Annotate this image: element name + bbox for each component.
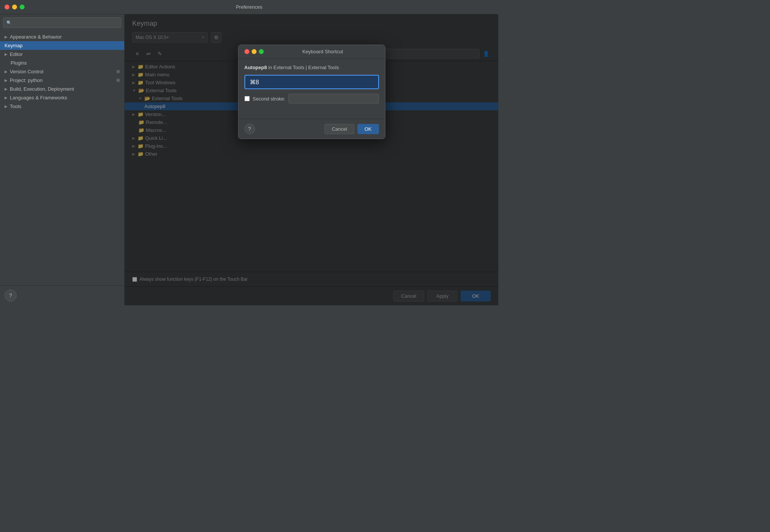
chevron-right-icon: ▶ (5, 104, 8, 108)
chevron-right-icon: ▶ (5, 52, 8, 56)
modal-minimize-button[interactable] (252, 49, 257, 54)
modal-footer: ? Cancel OK (238, 119, 385, 139)
maximize-button[interactable] (20, 5, 25, 9)
copy-icon: ⊞ (116, 78, 120, 83)
keyboard-shortcut-dialog: Keyboard Shortcut Autopep8 in External T… (238, 45, 385, 139)
window-controls (5, 5, 25, 9)
sidebar-item-build[interactable]: ▶ Build, Execution, Deployment (0, 85, 124, 93)
sidebar-item-languages[interactable]: ▶ Languages & Frameworks (0, 93, 124, 102)
modal-description-suffix: in External Tools | External Tools (268, 65, 339, 70)
sidebar-item-label: Build, Execution, Deployment (10, 86, 74, 92)
sidebar-item-label: Plugins (11, 60, 27, 66)
second-stroke-label: Second stroke: (253, 96, 286, 102)
second-stroke-checkbox[interactable] (244, 96, 250, 101)
modal-action-buttons: Cancel OK (325, 124, 379, 134)
chevron-right-icon: ▶ (5, 35, 8, 39)
modal-body: Autopep8 in External Tools | External To… (238, 59, 385, 119)
modal-titlebar: Keyboard Shortcut (238, 45, 385, 59)
modal-maximize-button[interactable] (259, 49, 264, 54)
modal-overlay: Keyboard Shortcut Autopep8 in External T… (125, 14, 498, 305)
sidebar-item-editor[interactable]: ▶ Editor (0, 50, 124, 59)
sidebar-item-tools[interactable]: ▶ Tools (0, 102, 124, 111)
modal-cancel-button[interactable]: Cancel (325, 124, 354, 134)
sidebar-nav: ▶ Appearance & Behavior Keymap ▶ Editor … (0, 31, 124, 285)
chevron-right-icon: ▶ (5, 78, 8, 82)
sidebar-item-plugins[interactable]: Plugins (0, 59, 124, 67)
copy-icon: ⊞ (116, 69, 120, 74)
sidebar-item-label: Keymap (5, 43, 23, 48)
modal-help-button[interactable]: ? (244, 124, 255, 134)
modal-ok-button[interactable]: OK (357, 124, 379, 134)
sidebar-search-input[interactable] (14, 20, 118, 25)
sidebar: 🔍 ▶ Appearance & Behavior Keymap ▶ Edito… (0, 14, 125, 305)
sidebar-search-container[interactable]: 🔍 (3, 17, 121, 28)
chevron-right-icon: ▶ (5, 70, 8, 74)
sidebar-item-label: Tools (10, 104, 21, 109)
second-stroke-row: Second stroke: (244, 94, 379, 104)
modal-close-button[interactable] (244, 49, 249, 54)
sidebar-item-appearance[interactable]: ▶ Appearance & Behavior (0, 32, 124, 41)
sidebar-help-button[interactable]: ? (5, 289, 17, 302)
modal-description: Autopep8 in External Tools | External To… (244, 65, 379, 70)
search-icon: 🔍 (6, 20, 12, 25)
sidebar-item-keymap[interactable]: Keymap (0, 41, 124, 50)
main-layout: 🔍 ▶ Appearance & Behavior Keymap ▶ Edito… (0, 14, 498, 305)
sidebar-item-version-control[interactable]: ▶ Version Control ⊞ (0, 67, 124, 76)
sidebar-item-label: Project: python (10, 77, 43, 83)
minimize-button[interactable] (12, 5, 17, 9)
modal-window-controls (244, 49, 264, 54)
sidebar-bottom: ? (0, 285, 124, 305)
title-bar: Preferences (0, 0, 498, 14)
window-title: Preferences (236, 4, 262, 10)
sidebar-item-label: Appearance & Behavior (10, 34, 62, 40)
content-area: Keymap Mac OS X 10.5+ Mac OS X Default E… (125, 14, 498, 305)
close-button[interactable] (5, 5, 9, 9)
shortcut-input[interactable]: ⌘8 (244, 75, 379, 89)
sidebar-item-label: Editor (10, 51, 23, 57)
modal-description-item: Autopep8 (244, 65, 267, 70)
second-stroke-input[interactable] (288, 94, 379, 104)
chevron-right-icon: ▶ (5, 96, 8, 100)
sidebar-item-label: Version Control (10, 69, 43, 74)
sidebar-item-project-python[interactable]: ▶ Project: python ⊞ (0, 76, 124, 85)
sidebar-item-label: Languages & Frameworks (10, 95, 67, 101)
modal-title: Keyboard Shortcut (267, 49, 379, 54)
chevron-right-icon: ▶ (5, 87, 8, 91)
